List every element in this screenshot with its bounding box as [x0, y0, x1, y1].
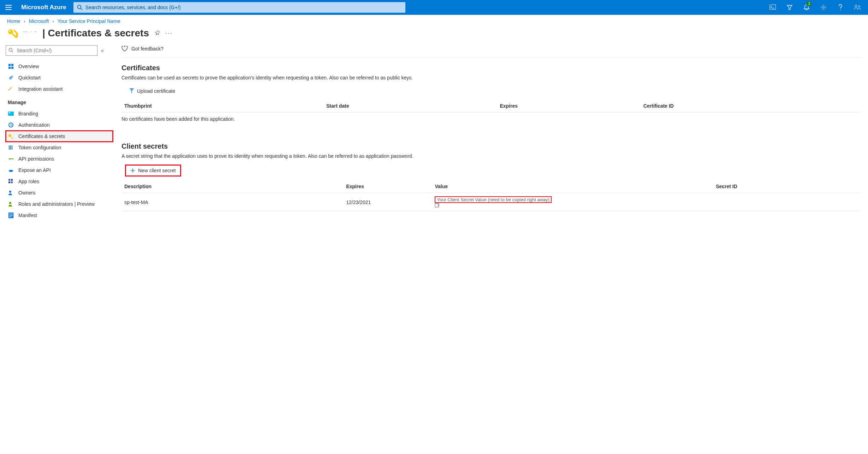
svg-rect-16	[9, 112, 10, 113]
heart-icon	[121, 46, 128, 52]
sidebar-item-overview[interactable]: Overview	[6, 61, 113, 72]
svg-rect-22	[11, 179, 13, 181]
directory-filter-icon[interactable]	[782, 0, 797, 15]
svg-rect-13	[8, 67, 11, 69]
upload-certificate-button[interactable]: Upload certificate	[125, 86, 179, 96]
svg-point-3	[823, 7, 825, 8]
col-secretid: Secret ID	[713, 180, 861, 193]
col-expires: Expires	[497, 100, 640, 113]
svg-rect-2	[770, 5, 776, 10]
col-value: Value	[432, 180, 713, 193]
svg-rect-28	[9, 214, 13, 214]
collapse-sidebar-icon[interactable]: «	[101, 48, 104, 53]
svg-rect-14	[11, 67, 13, 69]
svg-point-20	[13, 159, 14, 160]
api-permissions-icon	[8, 156, 14, 162]
sidebar-item-label: Owners	[18, 190, 35, 196]
new-client-secret-button[interactable]: New client secret	[125, 165, 181, 177]
authentication-icon	[8, 122, 14, 128]
secret-expires: 12/23/2021	[343, 193, 432, 211]
sidebar-item-label: API permissions	[18, 156, 54, 162]
redacted-name: -- · -	[23, 29, 37, 34]
new-client-secret-label: New client secret	[138, 168, 176, 173]
sidebar-item-label: Integration assistant	[18, 86, 63, 92]
sidebar-item-label: Certificates & secrets	[18, 133, 65, 139]
sidebar-item-branding[interactable]: Branding	[6, 108, 113, 119]
col-startdate: Start date	[323, 100, 497, 113]
manifest-icon	[8, 213, 14, 218]
copy-icon[interactable]	[435, 203, 710, 208]
svg-rect-11	[8, 64, 11, 66]
sidebar-item-integration-assistant[interactable]: Integration assistant	[6, 83, 113, 95]
certificates-empty-msg: No certificates have been added for this…	[121, 113, 861, 125]
svg-rect-29	[9, 215, 13, 216]
svg-point-6	[858, 6, 860, 7]
notifications-icon[interactable]: 3	[799, 0, 814, 15]
roles-admin-icon	[8, 201, 14, 207]
svg-point-26	[9, 202, 11, 204]
quickstart-icon	[8, 75, 14, 80]
cloud-shell-icon[interactable]	[765, 0, 780, 15]
svg-line-1	[81, 8, 82, 10]
pin-icon[interactable]	[154, 30, 160, 36]
sidebar-item-label: Expose an API	[18, 167, 51, 173]
sidebar-item-roles-admins[interactable]: Roles and administrators | Preview	[6, 198, 113, 210]
owners-icon	[8, 190, 14, 196]
sidebar-item-owners[interactable]: Owners	[6, 187, 113, 198]
sidebar-item-authentication[interactable]: Authentication	[6, 119, 113, 131]
settings-icon[interactable]	[816, 0, 831, 15]
token-icon	[8, 145, 14, 150]
client-secrets-table: Description Expires Value Secret ID sp-t…	[121, 180, 861, 211]
svg-point-0	[77, 5, 81, 9]
hamburger-menu[interactable]	[3, 2, 14, 13]
upload-certificate-label: Upload certificate	[137, 88, 175, 94]
sidebar-item-token-configuration[interactable]: Token configuration	[6, 142, 113, 153]
expose-api-icon	[8, 168, 14, 172]
sidebar: « Overview Quickstart Integration assist…	[0, 45, 113, 228]
feedback-icon[interactable]	[850, 0, 865, 15]
sidebar-item-label: Roles and administrators | Preview	[18, 201, 95, 207]
sidebar-item-label: Quickstart	[18, 75, 41, 80]
sidebar-section-manage: Manage	[6, 95, 113, 108]
svg-point-5	[855, 5, 857, 7]
global-search-input[interactable]	[73, 2, 405, 13]
app-roles-icon	[8, 179, 14, 184]
crumb-level1[interactable]: Microsoft	[29, 18, 49, 24]
topbar: Microsoft Azure 3	[0, 0, 868, 15]
table-row: sp-test-MA 12/23/2021 Your Client Secret…	[121, 193, 861, 211]
help-icon[interactable]	[833, 0, 848, 15]
sidebar-item-label: Branding	[18, 111, 38, 117]
svg-point-25	[9, 191, 11, 193]
svg-rect-23	[8, 181, 10, 183]
sidebar-item-label: Overview	[18, 64, 39, 69]
notification-badge: 3	[807, 1, 811, 6]
main-content: Got feedback? Certificates Certificates …	[113, 45, 868, 228]
brand-label[interactable]: Microsoft Azure	[18, 4, 70, 11]
svg-rect-15	[8, 112, 14, 116]
sidebar-search-input[interactable]	[6, 45, 97, 56]
chevron-right-icon: ›	[50, 18, 57, 24]
svg-rect-30	[9, 216, 12, 217]
col-description: Description	[121, 180, 343, 193]
sidebar-item-manifest[interactable]: Manifest	[6, 210, 113, 221]
feedback-link[interactable]: Got feedback?	[131, 46, 164, 52]
svg-point-8	[9, 30, 11, 32]
sidebar-item-expose-api[interactable]: Expose an API	[6, 165, 113, 176]
chevron-right-icon: ›	[22, 18, 28, 24]
svg-point-9	[9, 48, 12, 51]
more-icon[interactable]: ···	[165, 30, 173, 37]
col-certid: Certificate ID	[641, 100, 861, 113]
client-secrets-heading: Client secrets	[121, 142, 861, 150]
svg-rect-24	[11, 181, 13, 183]
svg-rect-21	[8, 179, 10, 181]
crumb-home[interactable]: Home	[7, 18, 20, 24]
crumb-level2[interactable]: Your Service Principal Name	[58, 18, 120, 24]
sidebar-item-api-permissions[interactable]: API permissions	[6, 153, 113, 165]
sidebar-item-app-roles[interactable]: App roles	[6, 176, 113, 187]
secret-id	[713, 193, 861, 211]
page-title: | Certificates & secrets	[42, 28, 149, 39]
svg-rect-33	[435, 204, 438, 207]
sidebar-item-quickstart[interactable]: Quickstart	[6, 72, 113, 83]
sidebar-item-certificates-secrets[interactable]: Certificates & secrets	[6, 131, 113, 142]
sidebar-item-label: Manifest	[18, 213, 37, 218]
